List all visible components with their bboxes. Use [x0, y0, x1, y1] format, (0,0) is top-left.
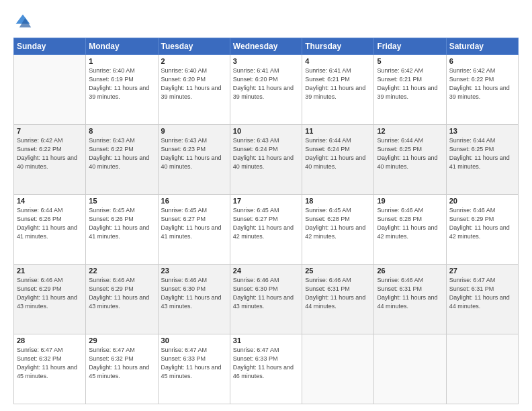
- day-number: 24: [233, 267, 299, 275]
- day-number: 4: [305, 57, 371, 65]
- calendar-cell: 17Sunrise: 6:45 AM Sunset: 6:27 PM Dayli…: [230, 195, 302, 265]
- calendar-table: SundayMondayTuesdayWednesdayThursdayFrid…: [13, 38, 519, 404]
- calendar-cell: [446, 334, 518, 404]
- day-detail: Sunrise: 6:46 AM Sunset: 6:29 PM Dayligh…: [89, 276, 154, 311]
- day-number: 25: [305, 267, 371, 275]
- column-header-saturday: Saturday: [446, 38, 518, 55]
- calendar-cell: 19Sunrise: 6:46 AM Sunset: 6:28 PM Dayli…: [374, 195, 446, 265]
- calendar-cell: 16Sunrise: 6:45 AM Sunset: 6:27 PM Dayli…: [158, 195, 230, 265]
- day-number: 15: [89, 197, 154, 205]
- column-header-monday: Monday: [86, 38, 158, 55]
- week-row-3: 14Sunrise: 6:44 AM Sunset: 6:26 PM Dayli…: [14, 195, 519, 265]
- day-detail: Sunrise: 6:43 AM Sunset: 6:22 PM Dayligh…: [89, 136, 154, 171]
- day-number: 5: [377, 57, 443, 65]
- calendar-cell: 6Sunrise: 6:42 AM Sunset: 6:22 PM Daylig…: [446, 55, 518, 125]
- calendar-cell: 31Sunrise: 6:47 AM Sunset: 6:33 PM Dayli…: [230, 334, 302, 404]
- day-detail: Sunrise: 6:46 AM Sunset: 6:30 PM Dayligh…: [161, 276, 227, 311]
- calendar-cell: 14Sunrise: 6:44 AM Sunset: 6:26 PM Dayli…: [14, 195, 86, 265]
- day-number: 28: [17, 336, 83, 345]
- calendar-cell: 26Sunrise: 6:46 AM Sunset: 6:31 PM Dayli…: [374, 265, 446, 334]
- day-number: 23: [161, 267, 227, 275]
- calendar-cell: 23Sunrise: 6:46 AM Sunset: 6:30 PM Dayli…: [158, 265, 230, 334]
- day-detail: Sunrise: 6:41 AM Sunset: 6:20 PM Dayligh…: [233, 66, 299, 101]
- column-header-tuesday: Tuesday: [158, 38, 230, 55]
- day-number: 6: [449, 57, 515, 65]
- day-number: 16: [161, 197, 227, 205]
- logo: [13, 12, 35, 31]
- calendar-cell: 21Sunrise: 6:46 AM Sunset: 6:29 PM Dayli…: [14, 265, 86, 334]
- day-detail: Sunrise: 6:47 AM Sunset: 6:33 PM Dayligh…: [233, 346, 299, 381]
- week-row-4: 21Sunrise: 6:46 AM Sunset: 6:29 PM Dayli…: [14, 265, 519, 334]
- day-detail: Sunrise: 6:47 AM Sunset: 6:31 PM Dayligh…: [449, 276, 515, 311]
- week-row-5: 28Sunrise: 6:47 AM Sunset: 6:32 PM Dayli…: [14, 334, 519, 404]
- day-number: 10: [233, 127, 299, 135]
- day-detail: Sunrise: 6:42 AM Sunset: 6:22 PM Dayligh…: [449, 66, 515, 101]
- day-number: 18: [305, 197, 371, 205]
- day-number: 30: [161, 336, 227, 345]
- calendar-cell: 8Sunrise: 6:43 AM Sunset: 6:22 PM Daylig…: [86, 125, 158, 195]
- day-detail: Sunrise: 6:47 AM Sunset: 6:33 PM Dayligh…: [161, 346, 227, 381]
- calendar-cell: 24Sunrise: 6:46 AM Sunset: 6:30 PM Dayli…: [230, 265, 302, 334]
- day-number: 1: [89, 57, 154, 65]
- calendar-cell: [374, 334, 446, 404]
- page: SundayMondayTuesdayWednesdayThursdayFrid…: [0, 0, 532, 411]
- day-detail: Sunrise: 6:46 AM Sunset: 6:31 PM Dayligh…: [305, 276, 371, 311]
- day-number: 29: [89, 336, 154, 345]
- calendar-cell: 13Sunrise: 6:44 AM Sunset: 6:25 PM Dayli…: [446, 125, 518, 195]
- calendar-cell: [302, 334, 374, 404]
- day-number: 31: [233, 336, 299, 345]
- day-number: 22: [89, 267, 154, 275]
- calendar-cell: 11Sunrise: 6:44 AM Sunset: 6:24 PM Dayli…: [302, 125, 374, 195]
- day-detail: Sunrise: 6:44 AM Sunset: 6:24 PM Dayligh…: [305, 136, 371, 171]
- calendar-header-row: SundayMondayTuesdayWednesdayThursdayFrid…: [14, 38, 519, 55]
- column-header-wednesday: Wednesday: [230, 38, 302, 55]
- day-number: 12: [377, 127, 443, 135]
- day-detail: Sunrise: 6:44 AM Sunset: 6:26 PM Dayligh…: [17, 206, 83, 241]
- day-detail: Sunrise: 6:46 AM Sunset: 6:30 PM Dayligh…: [233, 276, 299, 311]
- calendar-cell: [14, 55, 86, 125]
- calendar-cell: 28Sunrise: 6:47 AM Sunset: 6:32 PM Dayli…: [14, 334, 86, 404]
- day-detail: Sunrise: 6:46 AM Sunset: 6:28 PM Dayligh…: [377, 206, 443, 241]
- day-number: 3: [233, 57, 299, 65]
- day-detail: Sunrise: 6:44 AM Sunset: 6:25 PM Dayligh…: [449, 136, 515, 171]
- day-number: 11: [305, 127, 371, 135]
- day-detail: Sunrise: 6:45 AM Sunset: 6:26 PM Dayligh…: [89, 206, 154, 241]
- day-detail: Sunrise: 6:46 AM Sunset: 6:31 PM Dayligh…: [377, 276, 443, 311]
- day-number: 19: [377, 197, 443, 205]
- calendar-cell: 9Sunrise: 6:43 AM Sunset: 6:23 PM Daylig…: [158, 125, 230, 195]
- day-number: 14: [17, 197, 83, 205]
- day-detail: Sunrise: 6:40 AM Sunset: 6:20 PM Dayligh…: [161, 66, 227, 101]
- day-number: 13: [449, 127, 515, 135]
- day-detail: Sunrise: 6:45 AM Sunset: 6:27 PM Dayligh…: [161, 206, 227, 241]
- day-detail: Sunrise: 6:42 AM Sunset: 6:22 PM Dayligh…: [17, 136, 83, 171]
- day-detail: Sunrise: 6:45 AM Sunset: 6:27 PM Dayligh…: [233, 206, 299, 241]
- day-number: 21: [17, 267, 83, 275]
- calendar-cell: 30Sunrise: 6:47 AM Sunset: 6:33 PM Dayli…: [158, 334, 230, 404]
- calendar-cell: 2Sunrise: 6:40 AM Sunset: 6:20 PM Daylig…: [158, 55, 230, 125]
- day-number: 2: [161, 57, 227, 65]
- calendar-cell: 18Sunrise: 6:45 AM Sunset: 6:28 PM Dayli…: [302, 195, 374, 265]
- calendar-cell: 3Sunrise: 6:41 AM Sunset: 6:20 PM Daylig…: [230, 55, 302, 125]
- day-detail: Sunrise: 6:43 AM Sunset: 6:24 PM Dayligh…: [233, 136, 299, 171]
- day-number: 9: [161, 127, 227, 135]
- day-detail: Sunrise: 6:45 AM Sunset: 6:28 PM Dayligh…: [305, 206, 371, 241]
- column-header-sunday: Sunday: [14, 38, 86, 55]
- column-header-thursday: Thursday: [302, 38, 374, 55]
- day-number: 17: [233, 197, 299, 205]
- column-header-friday: Friday: [374, 38, 446, 55]
- day-number: 27: [449, 267, 515, 275]
- calendar-cell: 1Sunrise: 6:40 AM Sunset: 6:19 PM Daylig…: [86, 55, 158, 125]
- calendar-cell: 22Sunrise: 6:46 AM Sunset: 6:29 PM Dayli…: [86, 265, 158, 334]
- day-detail: Sunrise: 6:40 AM Sunset: 6:19 PM Dayligh…: [89, 66, 154, 101]
- calendar-cell: 10Sunrise: 6:43 AM Sunset: 6:24 PM Dayli…: [230, 125, 302, 195]
- calendar-cell: 7Sunrise: 6:42 AM Sunset: 6:22 PM Daylig…: [14, 125, 86, 195]
- day-detail: Sunrise: 6:43 AM Sunset: 6:23 PM Dayligh…: [161, 136, 227, 171]
- logo-icon: [13, 12, 32, 31]
- day-number: 7: [17, 127, 83, 135]
- day-detail: Sunrise: 6:47 AM Sunset: 6:32 PM Dayligh…: [89, 346, 154, 381]
- calendar-cell: 25Sunrise: 6:46 AM Sunset: 6:31 PM Dayli…: [302, 265, 374, 334]
- day-detail: Sunrise: 6:42 AM Sunset: 6:21 PM Dayligh…: [377, 66, 443, 101]
- calendar-cell: 12Sunrise: 6:44 AM Sunset: 6:25 PM Dayli…: [374, 125, 446, 195]
- calendar-cell: 15Sunrise: 6:45 AM Sunset: 6:26 PM Dayli…: [86, 195, 158, 265]
- day-detail: Sunrise: 6:44 AM Sunset: 6:25 PM Dayligh…: [377, 136, 443, 171]
